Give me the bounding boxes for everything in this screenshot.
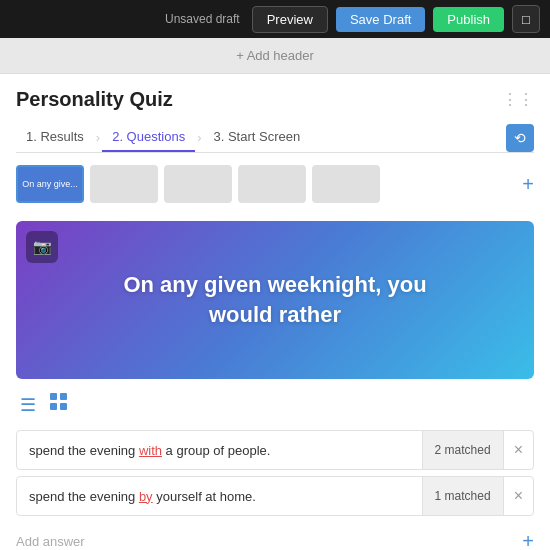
question-line2: would rather <box>209 302 341 327</box>
answer-row-1: spend the evening with a group of people… <box>16 430 534 470</box>
unsaved-label: Unsaved draft <box>165 12 240 26</box>
add-answer-label: Add answer <box>16 534 85 549</box>
answer-text-2: spend the evening by yourself at home. <box>17 479 422 514</box>
answer-delete-2[interactable]: × <box>503 477 533 515</box>
drag-handle-icon[interactable]: ⋮⋮ <box>502 90 534 109</box>
thumbnail-active[interactable]: On any give... <box>16 165 84 203</box>
tab-results[interactable]: 1. Results <box>16 123 94 152</box>
question-image-area: 📷 On any given weeknight, you would rath… <box>16 221 534 379</box>
thumbnails-row: On any give... + <box>16 165 534 207</box>
camera-icon-button[interactable]: 📷 <box>26 231 58 263</box>
tabs-row: 1. Results › 2. Questions › 3. Start Scr… <box>16 123 534 153</box>
preview-button[interactable]: Preview <box>252 6 328 33</box>
matched-badge-2: 1 matched <box>422 477 503 515</box>
publish-button[interactable]: Publish <box>433 7 504 32</box>
list-icon: ☰ <box>20 395 36 415</box>
svg-rect-0 <box>50 393 57 400</box>
question-line1: On any given weeknight, you <box>123 272 426 297</box>
tabs: 1. Results › 2. Questions › 3. Start Scr… <box>16 123 310 152</box>
svg-rect-1 <box>60 393 67 400</box>
answer-text-1: spend the evening with a group of people… <box>17 433 422 468</box>
add-header-bar[interactable]: + Add header <box>0 38 550 74</box>
square-icon: □ <box>522 12 530 27</box>
list-layout-button[interactable]: ☰ <box>18 392 38 418</box>
top-bar: Unsaved draft Preview Save Draft Publish… <box>0 0 550 38</box>
main-content: Personality Quiz ⋮⋮ 1. Results › 2. Ques… <box>0 74 550 550</box>
svg-rect-2 <box>50 403 57 410</box>
thumbnail-4[interactable] <box>238 165 306 203</box>
question-text: On any given weeknight, you would rather <box>103 270 446 329</box>
tab-start-screen[interactable]: 3. Start Screen <box>204 123 311 152</box>
camera-icon: 📷 <box>33 238 52 256</box>
answers-list: spend the evening with a group of people… <box>16 430 534 550</box>
grid-layout-button[interactable] <box>48 391 70 418</box>
quiz-title: Personality Quiz <box>16 88 173 111</box>
tab-action-button[interactable]: ⟲ <box>506 124 534 152</box>
answer-highlight-2: by <box>139 489 153 504</box>
answer-row-2: spend the evening by yourself at home. 1… <box>16 476 534 516</box>
add-answer-plus-icon: + <box>522 530 534 550</box>
window-square-button[interactable]: □ <box>512 5 540 33</box>
grid-icon <box>50 393 68 411</box>
thumbnail-2[interactable] <box>90 165 158 203</box>
answer-delete-1[interactable]: × <box>503 431 533 469</box>
matched-badge-1: 2 matched <box>422 431 503 469</box>
tab-separator-2: › <box>197 130 201 145</box>
tab-questions[interactable]: 2. Questions <box>102 123 195 152</box>
thumbnail-label: On any give... <box>22 179 78 189</box>
thumbnail-5[interactable] <box>312 165 380 203</box>
add-answer-row[interactable]: Add answer + <box>16 522 534 550</box>
layout-row: ☰ <box>16 391 534 418</box>
thumbnail-3[interactable] <box>164 165 232 203</box>
tab-separator-1: › <box>96 130 100 145</box>
save-draft-button[interactable]: Save Draft <box>336 7 425 32</box>
quiz-title-row: Personality Quiz ⋮⋮ <box>16 88 534 111</box>
add-question-button[interactable]: + <box>522 174 534 194</box>
svg-rect-3 <box>60 403 67 410</box>
answer-highlight-1: with <box>139 443 162 458</box>
shuffle-icon: ⟲ <box>514 130 526 146</box>
